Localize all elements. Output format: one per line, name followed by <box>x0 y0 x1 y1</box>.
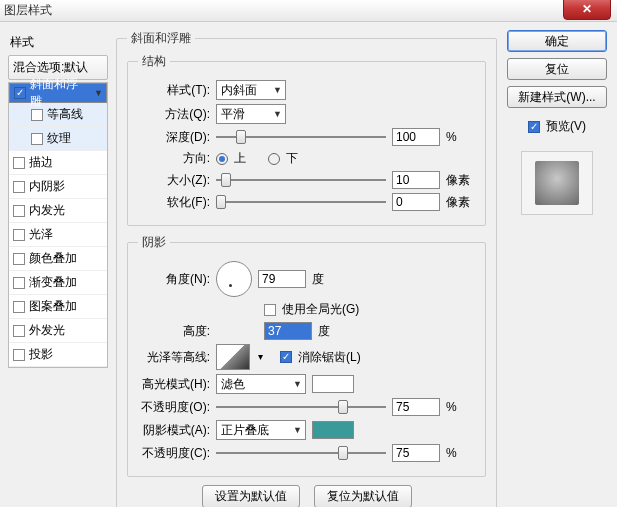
depth-label: 深度(D): <box>138 129 210 146</box>
shadow-opacity-label: 不透明度(C): <box>138 445 210 462</box>
effect-checkbox[interactable] <box>13 349 25 361</box>
effect-checkbox[interactable]: ✓ <box>14 87 26 99</box>
gloss-contour-picker[interactable] <box>216 344 250 370</box>
direction-down-radio[interactable] <box>268 153 280 165</box>
highlight-opacity-unit: % <box>446 400 474 414</box>
reset-default-button[interactable]: 复位为默认值 <box>314 485 412 507</box>
effect-item-4[interactable]: 内阴影 <box>9 175 107 199</box>
soften-input[interactable]: 0 <box>392 193 440 211</box>
effect-label: 纹理 <box>47 130 71 147</box>
angle-label: 角度(N): <box>138 271 210 288</box>
effect-label: 描边 <box>29 154 53 171</box>
preview-label: 预览(V) <box>546 118 586 135</box>
highlight-opacity-input[interactable]: 75 <box>392 398 440 416</box>
altitude-unit: 度 <box>318 323 330 340</box>
size-unit: 像素 <box>446 172 474 189</box>
effect-label: 斜面和浮雕 <box>30 76 88 110</box>
shadow-mode-select[interactable]: 正片叠底 <box>216 420 306 440</box>
depth-unit: % <box>446 130 474 144</box>
effect-item-2[interactable]: 纹理 <box>9 127 107 151</box>
effect-item-5[interactable]: 内发光 <box>9 199 107 223</box>
size-slider[interactable] <box>216 172 386 188</box>
direction-up-label: 上 <box>234 150 246 167</box>
soften-slider[interactable] <box>216 194 386 210</box>
make-default-button[interactable]: 设置为默认值 <box>202 485 300 507</box>
direction-down-label: 下 <box>286 150 298 167</box>
highlight-opacity-label: 不透明度(O): <box>138 399 210 416</box>
highlight-mode-select[interactable]: 滤色 <box>216 374 306 394</box>
shading-group: 阴影 角度(N): 79 度 使用全局光(G) 高度: 37 度 <box>127 234 486 477</box>
method-label: 方法(Q): <box>138 106 210 123</box>
shadow-opacity-input[interactable]: 75 <box>392 444 440 462</box>
highlight-color-swatch[interactable] <box>312 375 354 393</box>
effect-checkbox[interactable] <box>13 229 25 241</box>
angle-unit: 度 <box>312 271 324 288</box>
depth-input[interactable]: 100 <box>392 128 440 146</box>
soften-unit: 像素 <box>446 194 474 211</box>
shadow-opacity-slider[interactable] <box>216 445 386 461</box>
angle-input[interactable]: 79 <box>258 270 306 288</box>
effect-item-0[interactable]: ✓斜面和浮雕 <box>9 83 107 103</box>
ok-button[interactable]: 确定 <box>507 30 607 52</box>
structure-group: 结构 样式(T): 内斜面 方法(Q): 平滑 深度(D): 100 % 方向: <box>127 53 486 226</box>
close-icon: ✕ <box>582 2 592 16</box>
effect-label: 渐变叠加 <box>29 274 77 291</box>
angle-dial[interactable] <box>216 261 252 297</box>
preview-checkbox[interactable]: ✓ <box>528 121 540 133</box>
shadow-mode-label: 阴影模式(A): <box>138 422 210 439</box>
close-button[interactable]: ✕ <box>563 0 611 20</box>
effect-item-6[interactable]: 光泽 <box>9 223 107 247</box>
size-label: 大小(Z): <box>138 172 210 189</box>
structure-legend: 结构 <box>138 53 170 70</box>
effect-checkbox[interactable] <box>31 109 43 121</box>
effects-list: ✓斜面和浮雕等高线纹理描边内阴影内发光光泽颜色叠加渐变叠加图案叠加外发光投影 <box>8 82 108 368</box>
new-style-button[interactable]: 新建样式(W)... <box>507 86 607 108</box>
soften-label: 软化(F): <box>138 194 210 211</box>
effect-checkbox[interactable] <box>31 133 43 145</box>
altitude-label: 高度: <box>138 323 210 340</box>
bevel-legend: 斜面和浮雕 <box>127 30 195 47</box>
window-title: 图层样式 <box>4 2 52 19</box>
highlight-mode-label: 高光模式(H): <box>138 376 210 393</box>
preview-box <box>521 151 593 215</box>
effect-item-8[interactable]: 渐变叠加 <box>9 271 107 295</box>
antialias-checkbox[interactable]: ✓ <box>280 351 292 363</box>
shading-legend: 阴影 <box>138 234 170 251</box>
size-input[interactable]: 10 <box>392 171 440 189</box>
gloss-label: 光泽等高线: <box>138 349 210 366</box>
effect-label: 内阴影 <box>29 178 65 195</box>
effect-label: 外发光 <box>29 322 65 339</box>
style-select[interactable]: 内斜面 <box>216 80 286 100</box>
depth-slider[interactable] <box>216 129 386 145</box>
effect-item-7[interactable]: 颜色叠加 <box>9 247 107 271</box>
effect-checkbox[interactable] <box>13 157 25 169</box>
cancel-button[interactable]: 复位 <box>507 58 607 80</box>
effect-label: 光泽 <box>29 226 53 243</box>
method-select[interactable]: 平滑 <box>216 104 286 124</box>
shadow-color-swatch[interactable] <box>312 421 354 439</box>
effect-label: 内发光 <box>29 202 65 219</box>
highlight-opacity-slider[interactable] <box>216 399 386 415</box>
effect-label: 颜色叠加 <box>29 250 77 267</box>
direction-up-radio[interactable] <box>216 153 228 165</box>
antialias-label: 消除锯齿(L) <box>298 349 361 366</box>
direction-label: 方向: <box>138 150 210 167</box>
effect-checkbox[interactable] <box>13 301 25 313</box>
shadow-opacity-unit: % <box>446 446 474 460</box>
effect-item-11[interactable]: 投影 <box>9 343 107 367</box>
effect-item-3[interactable]: 描边 <box>9 151 107 175</box>
effect-checkbox[interactable] <box>13 253 25 265</box>
global-light-label: 使用全局光(G) <box>282 301 359 318</box>
effect-label: 图案叠加 <box>29 298 77 315</box>
effect-label: 投影 <box>29 346 53 363</box>
effect-checkbox[interactable] <box>13 181 25 193</box>
global-light-checkbox[interactable] <box>264 304 276 316</box>
effect-checkbox[interactable] <box>13 277 25 289</box>
effect-item-9[interactable]: 图案叠加 <box>9 295 107 319</box>
effect-item-10[interactable]: 外发光 <box>9 319 107 343</box>
effect-checkbox[interactable] <box>13 205 25 217</box>
altitude-input[interactable]: 37 <box>264 322 312 340</box>
bevel-group: 斜面和浮雕 结构 样式(T): 内斜面 方法(Q): 平滑 深度(D): 100… <box>116 30 497 507</box>
styles-header: 样式 <box>8 30 108 55</box>
effect-checkbox[interactable] <box>13 325 25 337</box>
